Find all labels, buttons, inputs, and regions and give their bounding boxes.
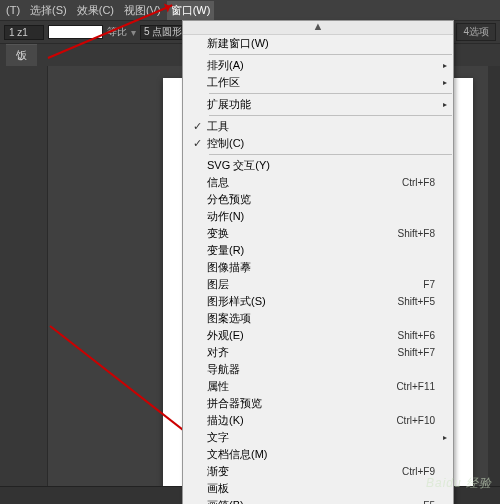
- menu-item-shortcut: F5: [415, 500, 435, 504]
- menu-item[interactable]: 分色预览: [183, 191, 453, 208]
- menu-item-t[interactable]: (T): [2, 2, 24, 18]
- menu-item-label: 排列(A): [207, 58, 427, 73]
- menu-item-shortcut: Shift+F8: [389, 228, 435, 239]
- menu-item[interactable]: 对齐Shift+F7: [183, 344, 453, 361]
- menu-item-label: 文字: [207, 430, 427, 445]
- menu-item-label: 工具: [207, 119, 427, 134]
- menu-item-effect[interactable]: 效果(C): [73, 1, 118, 20]
- menu-item-label: 图案选项: [207, 311, 427, 326]
- menu-item-label: 控制(C): [207, 136, 427, 151]
- right-dock: [488, 66, 500, 504]
- window-menu-dropdown: ▲ 新建窗口(W)排列(A)▸工作区▸扩展功能▸✓工具✓控制(C)SVG 交互(…: [182, 20, 454, 504]
- submenu-arrow-icon: ▸: [443, 433, 447, 442]
- zoom-input[interactable]: [4, 25, 44, 40]
- menu-item[interactable]: 新建窗口(W): [183, 35, 453, 52]
- menu-item-shortcut: Ctrl+F10: [388, 415, 435, 426]
- menu-item-label: 描边(K): [207, 413, 388, 428]
- menubar: (T) 选择(S) 效果(C) 视图(V) 窗口(W): [0, 0, 500, 20]
- menu-item-label: 新建窗口(W): [207, 36, 427, 51]
- menu-item-label: 扩展功能: [207, 97, 427, 112]
- left-panel: [0, 66, 48, 504]
- menu-item[interactable]: SVG 交互(Y): [183, 157, 453, 174]
- menu-item[interactable]: 信息Ctrl+F8: [183, 174, 453, 191]
- menu-item-label: 拼合器预览: [207, 396, 427, 411]
- menu-item[interactable]: 拼合器预览: [183, 395, 453, 412]
- menu-item[interactable]: 文档信息(M): [183, 446, 453, 463]
- menu-item-label: 信息: [207, 175, 394, 190]
- menu-separator: [209, 115, 452, 116]
- menu-item[interactable]: 渐变Ctrl+F9: [183, 463, 453, 480]
- menu-item[interactable]: 属性Ctrl+F11: [183, 378, 453, 395]
- menu-item[interactable]: 文字▸: [183, 429, 453, 446]
- menu-item-label: 变换: [207, 226, 389, 241]
- menu-item-label: 工作区: [207, 75, 427, 90]
- menu-item[interactable]: 导航器: [183, 361, 453, 378]
- menu-item[interactable]: ✓工具: [183, 118, 453, 135]
- menu-item-select[interactable]: 选择(S): [26, 1, 71, 20]
- menu-item[interactable]: 排列(A)▸: [183, 57, 453, 74]
- menu-item-shortcut: Shift+F6: [389, 330, 435, 341]
- menu-item[interactable]: 变量(R): [183, 242, 453, 259]
- menu-item[interactable]: 描边(K)Ctrl+F10: [183, 412, 453, 429]
- menu-item[interactable]: 图像描摹: [183, 259, 453, 276]
- menu-item-label: 导航器: [207, 362, 427, 377]
- document-tab[interactable]: 饭: [6, 44, 37, 66]
- menu-item[interactable]: 画板: [183, 480, 453, 497]
- menu-item[interactable]: ✓控制(C): [183, 135, 453, 152]
- menu-item-shortcut: Shift+F7: [389, 347, 435, 358]
- menu-item-label: 画板: [207, 481, 427, 496]
- options-button[interactable]: 4选项: [456, 23, 496, 41]
- menu-item[interactable]: 外观(E)Shift+F6: [183, 327, 453, 344]
- menu-item-shortcut: F7: [415, 279, 435, 290]
- menu-item-shortcut: Shift+F5: [389, 296, 435, 307]
- menu-separator: [209, 93, 452, 94]
- menu-item[interactable]: 动作(N): [183, 208, 453, 225]
- menu-item-shortcut: Ctrl+F11: [388, 381, 435, 392]
- submenu-arrow-icon: ▸: [443, 61, 447, 70]
- menu-separator: [209, 154, 452, 155]
- menu-item-label: 渐变: [207, 464, 394, 479]
- check-icon: ✓: [187, 120, 207, 133]
- menu-item-label: 属性: [207, 379, 388, 394]
- menu-item-label: 图形样式(S): [207, 294, 389, 309]
- menu-item-label: 画笔(B): [207, 498, 415, 504]
- menu-item-label: 图层: [207, 277, 415, 292]
- menu-item-label: SVG 交互(Y): [207, 158, 427, 173]
- submenu-arrow-icon: ▸: [443, 100, 447, 109]
- menu-item[interactable]: 变换Shift+F8: [183, 225, 453, 242]
- menu-item-shortcut: Ctrl+F8: [394, 177, 435, 188]
- menu-item-label: 图像描摹: [207, 260, 427, 275]
- menu-separator: [209, 54, 452, 55]
- menu-item-label: 分色预览: [207, 192, 427, 207]
- menu-scroll-up[interactable]: ▲: [183, 21, 453, 35]
- submenu-arrow-icon: ▸: [443, 78, 447, 87]
- menu-item-label: 文档信息(M): [207, 447, 427, 462]
- menu-item[interactable]: 扩展功能▸: [183, 96, 453, 113]
- menu-item-label: 动作(N): [207, 209, 427, 224]
- menu-item-label: 对齐: [207, 345, 389, 360]
- check-icon: ✓: [187, 137, 207, 150]
- menu-item[interactable]: 图案选项: [183, 310, 453, 327]
- watermark: Baidu 经验: [426, 475, 492, 492]
- menu-item[interactable]: 图层F7: [183, 276, 453, 293]
- menu-item-label: 外观(E): [207, 328, 389, 343]
- menu-item[interactable]: 工作区▸: [183, 74, 453, 91]
- menu-item-label: 变量(R): [207, 243, 427, 258]
- menu-item[interactable]: 画笔(B)F5: [183, 497, 453, 504]
- menu-item[interactable]: 图形样式(S)Shift+F5: [183, 293, 453, 310]
